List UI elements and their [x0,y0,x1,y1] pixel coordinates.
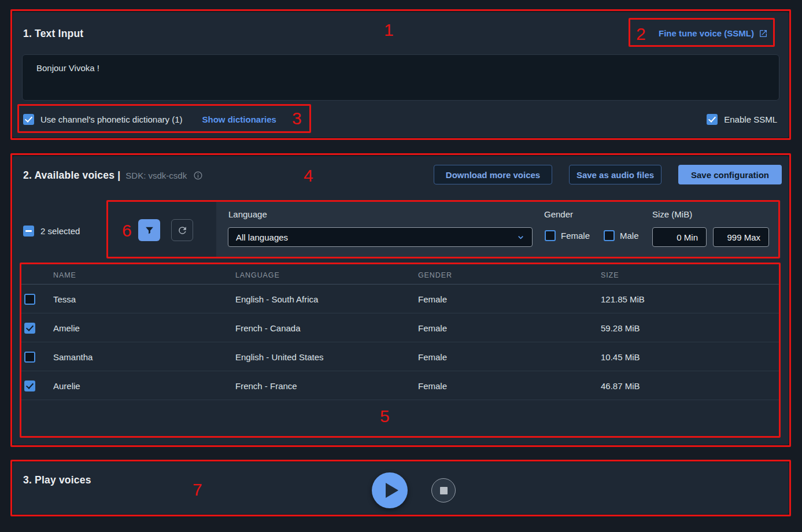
row-checkbox-samantha[interactable] [24,352,35,363]
tts-voice-configuration-screen: 1. Text Input Fine tune voice (SSML) Bon… [0,0,802,532]
voice-name: Tessa [53,285,76,313]
voice-gender: Female [418,313,447,342]
voice-gender: Female [418,371,447,400]
use-dictionary-checkbox[interactable] [23,114,34,125]
voice-name: Amelie [53,313,80,342]
language-select[interactable]: All languages [228,227,533,247]
selected-count-row: 2 selected [23,225,80,237]
voice-size: 46.87 MiB [601,371,640,400]
available-voices-panel: 2. Available voices | SDK: vsdk-csdk Dow… [13,156,789,445]
size-max-input[interactable]: 999 Max [713,227,769,247]
filter-button[interactable] [138,219,160,241]
table-row-samantha[interactable]: Samantha English - United States Female … [20,342,781,371]
voice-size: 59.28 MiB [601,313,640,342]
row-checkbox-aurelie[interactable] [24,380,35,391]
sdk-label: SDK: vsdk-csdk [125,171,187,180]
voice-name: Aurelie [53,371,80,400]
funnel-icon [145,226,154,235]
section-title-available-voices: 2. Available voices | [23,169,120,182]
chevron-down-icon [516,233,525,242]
play-button[interactable] [372,472,408,508]
male-label: Male [620,231,639,241]
size-min-input[interactable]: 0 Min [652,227,707,247]
text-input-panel: 1. Text Input Fine tune voice (SSML) Bon… [13,12,789,138]
size-min-value: 0 Min [677,232,698,242]
refresh-button[interactable] [171,219,193,241]
voice-language: English - United States [235,342,324,371]
filters-strip: Language All languages Gender Female Mal… [216,201,781,258]
fine-tune-voice-link-label: Fine tune voice (SSML) [659,28,754,38]
female-checkbox[interactable] [545,230,556,241]
column-header-gender: GENDER [418,271,452,279]
section-title-play-voices: 3. Play voices [23,474,91,486]
phonetic-dictionary-row: Use channel's phonetic dictionary (1) Sh… [23,113,276,125]
info-icon[interactable] [193,171,203,180]
enable-ssml-checkbox[interactable] [707,114,718,125]
refresh-icon [177,225,188,236]
show-dictionaries-link[interactable]: Show dictionaries [202,114,276,124]
column-header-size: SIZE [601,271,619,279]
text-input-textarea[interactable]: Bonjour Vivoka ! [22,54,779,101]
female-label: Female [561,231,590,241]
table-row-aurelie[interactable]: Aurelie French - France Female 46.87 MiB [20,371,781,400]
voices-actions-row: Download more voices Save as audio files… [434,165,782,184]
voice-language: English - South Africa [235,285,318,313]
voice-gender: Female [418,285,447,313]
male-checkbox[interactable] [604,230,615,241]
row-checkbox-tessa[interactable] [24,294,35,305]
gender-male-option: Male [604,230,639,241]
play-voices-panel: 3. Play voices [13,462,789,514]
gender-filter-label: Gender [544,209,573,219]
voices-table-header: NAME LANGUAGE GENDER SIZE [20,265,781,285]
enable-ssml-row: Enable SSML [707,113,777,125]
stop-button[interactable] [431,478,456,503]
use-dictionary-label: Use channel's phonetic dictionary (1) [40,114,183,124]
text-input-value: Bonjour Vivoka ! [36,63,99,73]
table-row-amelie[interactable]: Amelie French - Canada Female 59.28 MiB [20,313,781,342]
fine-tune-voice-link[interactable]: Fine tune voice (SSML) [659,28,768,38]
table-row-tessa[interactable]: Tessa English - South Africa Female 121.… [20,285,781,313]
voice-language: French - France [235,371,297,400]
save-as-audio-files-button[interactable]: Save as audio files [569,165,661,184]
enable-ssml-label: Enable SSML [724,114,777,124]
size-max-value: 999 Max [727,232,760,242]
row-checkbox-amelie[interactable] [24,323,35,334]
play-icon [386,483,398,498]
save-configuration-button[interactable]: Save configuration [678,165,782,184]
size-filter-label: Size (MiB) [652,209,692,219]
column-header-language: LANGUAGE [235,271,280,279]
voice-language: French - Canada [235,313,301,342]
voice-gender: Female [418,342,447,371]
voices-table: NAME LANGUAGE GENDER SIZE Tessa English … [20,265,781,438]
download-more-voices-button[interactable]: Download more voices [434,165,552,184]
language-select-value: All languages [236,232,288,242]
external-link-icon [759,29,768,38]
section-title-text-input: 1. Text Input [23,28,83,40]
voice-name: Samantha [53,342,93,371]
stop-icon [440,487,448,494]
voice-size: 10.45 MiB [601,342,640,371]
select-all-checkbox[interactable] [23,226,34,237]
selected-count-label: 2 selected [40,226,80,236]
column-header-name: NAME [53,271,76,279]
voice-size: 121.85 MiB [601,285,645,313]
language-filter-label: Language [228,209,267,219]
available-voices-title-row: 2. Available voices | SDK: vsdk-csdk [23,169,203,182]
gender-female-option: Female [545,230,590,241]
